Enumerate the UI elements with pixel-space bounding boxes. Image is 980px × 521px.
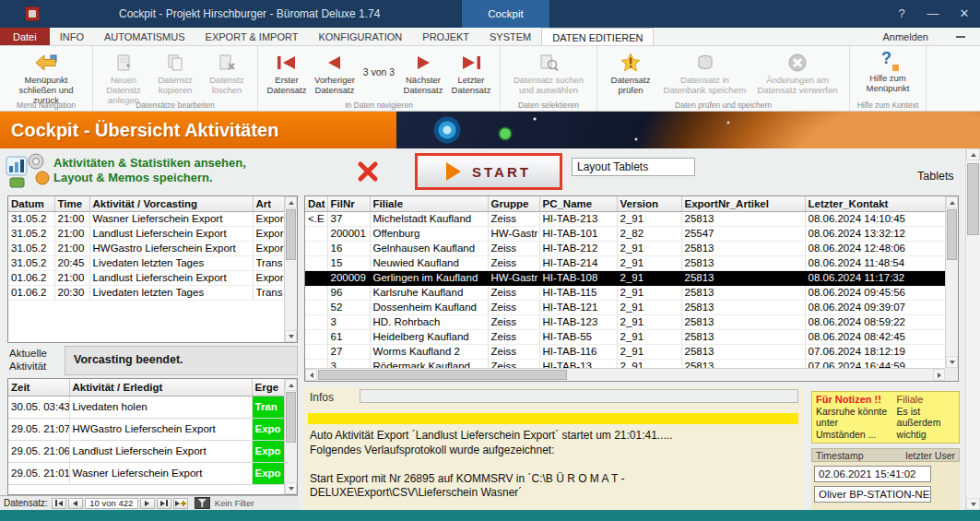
table-row[interactable]: 61Heidelberg KauflandZeissHI-TAB-552_912… xyxy=(305,329,947,344)
check-record-button[interactable]: Datensatz prüfen xyxy=(604,50,657,96)
column-header[interactable]: Dat xyxy=(305,196,327,211)
infos-field[interactable] xyxy=(360,389,798,403)
scroll-up-icon[interactable] xyxy=(946,196,958,208)
infos-label: Infos xyxy=(310,391,334,404)
last-record-ribbon-button[interactable]: Letzter Datensatz xyxy=(449,50,493,96)
last-user-field[interactable]: Oliver BP-STATION-NEU xyxy=(814,486,931,503)
layout-tablets-input[interactable] xyxy=(572,158,695,176)
table-row[interactable]: <.E37Michelstadt KauflandZeissHI-TAB-213… xyxy=(305,211,947,226)
anmelden-link[interactable]: Anmelden xyxy=(882,31,928,42)
next-record-ribbon-button[interactable]: Nächster Datensatz xyxy=(401,50,445,96)
window-tab-cockpit[interactable]: Cockpit xyxy=(461,0,550,28)
scroll-right-icon[interactable] xyxy=(933,369,945,381)
table-row[interactable]: 29.05. 21:07HWGastro Lieferschein Export… xyxy=(8,418,286,440)
table-row[interactable]: 30.05. 03:43Livedaten holenTran xyxy=(8,396,286,418)
table-row[interactable]: 01.06.221:00Landlust Lieferschein Export… xyxy=(8,270,286,285)
scroll-up-icon[interactable] xyxy=(966,148,980,160)
new-record-button[interactable]: Neuen Datenstz anlegen xyxy=(100,50,148,106)
scrollbar-thumb[interactable] xyxy=(318,370,567,380)
completed-table-scrollbar[interactable] xyxy=(284,379,297,494)
table-row[interactable]: 31.05.221:00Wasner Lieferschein ExportEx… xyxy=(8,211,286,226)
column-header[interactable]: FilNr xyxy=(327,196,370,211)
table-row[interactable]: 15Neuwied KauflandZeissHI-TAB-2142_91258… xyxy=(305,255,947,270)
tab-automatismus[interactable]: AUTOMATISMUS xyxy=(94,28,195,45)
column-header[interactable]: Letzter_Kontakt xyxy=(805,196,947,211)
previous-record-button[interactable] xyxy=(68,498,83,509)
column-header[interactable]: Aktivität / Erledigt xyxy=(69,379,252,396)
table-row[interactable]: 29.05. 21:06Landlust Lieferschein Export… xyxy=(8,440,286,462)
discard-changes-button[interactable]: Änderungen am Datensatz verwerfen xyxy=(752,50,843,96)
column-header[interactable]: Gruppe xyxy=(488,196,539,211)
table-row[interactable]: 96Karlsruhe KauflandZeissHI-TAB-1152_912… xyxy=(305,285,947,300)
search-record-button[interactable]: Datensatz suchen und auswählen xyxy=(507,50,590,96)
notes-box[interactable]: Für Notizen !! Karsruhe könnte unter Ums… xyxy=(811,391,960,444)
next-record-button[interactable] xyxy=(140,498,155,509)
table-row[interactable]: 3HD. RohrbachZeissHI-TAB-1232_912581308.… xyxy=(305,314,947,329)
table-row[interactable]: 52Dossenheim KauflandZeissHI-TAB-1212_91… xyxy=(305,300,947,314)
activities-table-scrollbar[interactable] xyxy=(284,196,297,342)
close-red-x-icon[interactable] xyxy=(356,160,380,187)
scrollbar-thumb[interactable] xyxy=(967,163,979,235)
column-header[interactable]: ExportNr_Artikel xyxy=(681,196,805,211)
tablets-table-vscrollbar[interactable] xyxy=(945,196,958,368)
copy-record-button[interactable]: Datenstz kopieren xyxy=(151,50,199,96)
table-row[interactable]: 31.05.221:00HWGastro Lieferschein Export… xyxy=(8,241,286,255)
scroll-down-icon[interactable] xyxy=(285,482,297,494)
delete-record-button[interactable]: Datenstz löschen xyxy=(203,50,251,96)
column-header[interactable]: Version xyxy=(617,196,681,211)
table-row[interactable]: 200009Gerlingen im KauflandHW-GastrHI-TA… xyxy=(305,270,947,285)
help-menu-button[interactable]: ? Hilfe zum Menüpunkt xyxy=(856,50,919,94)
tab-daten-editieren[interactable]: DATEN EDITIEREN xyxy=(541,28,654,45)
table-row[interactable]: 31.05.221:00Landlust Lieferschein Export… xyxy=(8,226,286,241)
column-header[interactable]: Erge xyxy=(252,379,286,396)
minimize-button[interactable]: — xyxy=(917,0,949,28)
scroll-down-icon[interactable] xyxy=(966,498,980,510)
column-header[interactable]: Filiale xyxy=(370,196,488,211)
table-row[interactable]: 01.06.220:30Livedaten letzten TagesTrans xyxy=(8,285,286,300)
tab-projekt[interactable]: PROJEKT xyxy=(412,28,479,45)
first-record-ribbon-button[interactable]: Erster Datensatz xyxy=(265,50,309,96)
scroll-up-icon[interactable] xyxy=(285,196,297,208)
scroll-down-icon[interactable] xyxy=(285,330,297,342)
scrollbar-thumb[interactable] xyxy=(286,209,296,260)
table-cell: Zeiss xyxy=(488,241,539,255)
table-row[interactable]: 31.05.220:45Livedaten letzten TagesTrans xyxy=(8,255,286,270)
scrollbar-thumb[interactable] xyxy=(286,392,296,443)
column-header[interactable]: Aktivität / Vorcasting xyxy=(89,196,253,211)
scroll-up-icon[interactable] xyxy=(285,379,297,391)
table-row[interactable]: 27Worms Kaufland 2ZeissHI-TAB-1162_91258… xyxy=(305,344,947,359)
first-record-button[interactable] xyxy=(52,498,66,509)
collapse-ribbon-icon[interactable] xyxy=(956,36,965,38)
tablets-table-hscrollbar[interactable] xyxy=(305,368,945,381)
column-header[interactable]: PC_Name xyxy=(539,196,617,211)
filter-status-label[interactable]: Kein Filter xyxy=(215,498,254,508)
table-cell: 2_91 xyxy=(617,241,681,255)
column-header[interactable]: Time xyxy=(54,196,89,211)
column-header[interactable]: Datum xyxy=(8,196,54,211)
column-header[interactable]: Art xyxy=(253,196,286,211)
start-button[interactable]: START xyxy=(415,153,562,190)
record-position-box[interactable]: 10 von 422 xyxy=(85,498,138,509)
last-record-button[interactable] xyxy=(157,498,171,509)
scroll-down-icon[interactable] xyxy=(946,356,958,368)
tab-datei[interactable]: Datei xyxy=(0,28,50,45)
close-menu-button[interactable]: Menüpunkt schließen und zurück xyxy=(6,50,86,106)
new-record-button[interactable] xyxy=(173,498,188,509)
save-record-button[interactable]: Datensatz in Datenbank speichern xyxy=(661,50,749,96)
close-button[interactable]: ✕ xyxy=(949,0,980,28)
tab-info[interactable]: INFO xyxy=(50,28,94,45)
scroll-left-icon[interactable] xyxy=(305,369,317,381)
tab-system[interactable]: SYSTEM xyxy=(479,28,541,45)
table-row[interactable]: 29.05. 21:01Wasner Lieferschein ExportEx… xyxy=(8,462,286,484)
table-row[interactable]: 16Gelnhausen KauflandZeissHI-TAB-2122_91… xyxy=(305,241,947,255)
tab-konfiguration[interactable]: KONFIGURATION xyxy=(308,28,412,45)
tab-export-import[interactable]: EXPORT & IMPORT xyxy=(195,28,309,45)
scrollbar-thumb[interactable] xyxy=(947,209,957,260)
filter-toggle-button[interactable] xyxy=(195,497,210,509)
previous-record-ribbon-button[interactable]: Vorheriger Datensatz xyxy=(313,50,357,96)
help-button[interactable]: ? xyxy=(886,0,917,28)
window-scrollbar[interactable] xyxy=(965,148,980,510)
table-row[interactable]: 200001OffenburgHW-GastrHI-TAB-1012_82255… xyxy=(305,226,947,241)
timestamp-field[interactable]: 02.06.2021 15:41:02 xyxy=(814,466,931,482)
column-header[interactable]: Zeit xyxy=(8,379,69,396)
